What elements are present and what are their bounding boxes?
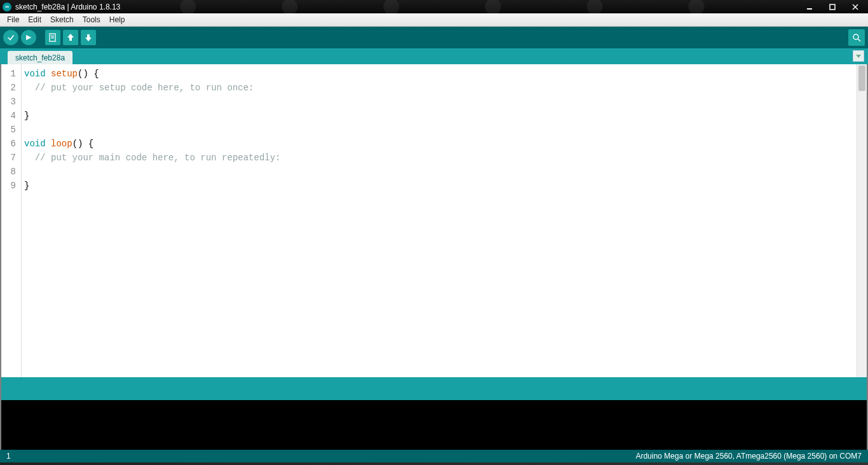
arduino-logo-icon: ∞: [3, 3, 11, 11]
upload-button[interactable]: [21, 30, 36, 45]
menubar: File Edit Sketch Tools Help: [0, 13, 868, 27]
editor: 1 2 3 4 5 6 7 8 9 void setup() { // put …: [0, 64, 868, 377]
window-title: sketch_feb28a | Arduino 1.8.13: [15, 3, 120, 11]
menu-tools[interactable]: Tools: [78, 14, 105, 25]
verify-button[interactable]: [3, 30, 18, 45]
svg-line-12: [858, 39, 860, 41]
line-gutter: 1 2 3 4 5 6 7 8 9: [1, 64, 22, 377]
cursor-position: 1: [6, 452, 11, 461]
tabbar: sketch_feb28a: [0, 48, 868, 64]
os-taskbar-sliver: [0, 462, 868, 465]
tab-menu-button[interactable]: [853, 50, 864, 62]
svg-rect-1: [830, 4, 835, 10]
svg-rect-5: [50, 34, 55, 41]
menu-edit[interactable]: Edit: [24, 14, 46, 25]
message-band: [0, 377, 868, 400]
toolbar: [0, 27, 868, 48]
svg-marker-4: [27, 36, 31, 40]
titlebar: ∞ sketch_feb28a | Arduino 1.8.13: [0, 0, 868, 13]
svg-marker-10: [85, 34, 92, 41]
taskbar-background: [120, 0, 798, 13]
serial-monitor-button[interactable]: [848, 29, 865, 46]
tab-sketch[interactable]: sketch_feb28a: [8, 51, 72, 64]
minimize-button[interactable]: [798, 1, 821, 13]
svg-rect-0: [807, 8, 812, 10]
svg-marker-9: [67, 34, 74, 41]
svg-marker-13: [856, 55, 861, 58]
save-sketch-button[interactable]: [81, 30, 96, 45]
menu-sketch[interactable]: Sketch: [46, 14, 78, 25]
svg-point-11: [853, 34, 858, 39]
menu-help[interactable]: Help: [105, 14, 130, 25]
scrollbar-thumb[interactable]: [858, 66, 865, 91]
window-controls: [798, 1, 867, 13]
open-sketch-button[interactable]: [63, 30, 78, 45]
maximize-button[interactable]: [821, 1, 844, 13]
status-bar: 1 Arduino Mega or Mega 2560, ATmega2560 …: [0, 450, 868, 462]
board-port-status: Arduino Mega or Mega 2560, ATmega2560 (M…: [636, 452, 862, 461]
editor-scrollbar[interactable]: [857, 64, 867, 377]
close-button[interactable]: [844, 1, 867, 13]
output-console[interactable]: [0, 400, 868, 450]
menu-file[interactable]: File: [3, 14, 24, 25]
code-area[interactable]: void setup() { // put your setup code he…: [22, 64, 857, 377]
new-sketch-button[interactable]: [45, 30, 60, 45]
